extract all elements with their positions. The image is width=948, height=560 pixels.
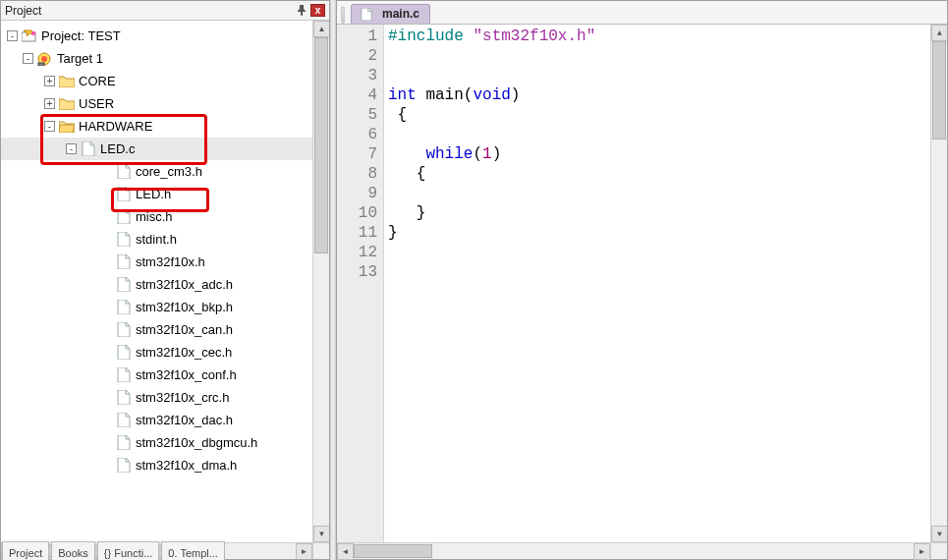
tree-file[interactable]: stm32f10x_dbgmcu.h (1, 431, 312, 454)
scroll-up-button[interactable]: ▲ (313, 21, 329, 37)
tree-item-label: USER (79, 96, 120, 111)
bottom-tab-strip: ProjectBooks{} Functi...0. Templ... (2, 541, 225, 560)
tree-file[interactable]: misc.h (1, 205, 312, 228)
editor-vertical-scrollbar[interactable]: ▲ ▼ (930, 25, 947, 542)
tree-file[interactable]: stm32f10x_conf.h (1, 364, 312, 386)
project-panel-header: Project x (1, 1, 329, 21)
svg-point-3 (41, 56, 47, 62)
h-file-icon (115, 322, 133, 338)
expand-icon[interactable]: + (44, 98, 55, 109)
spacer-icon (101, 211, 112, 222)
bottom-tab[interactable]: {} Functi... (97, 541, 160, 560)
code-area[interactable]: #include "stm32f10x.h"int main(void) { w… (384, 25, 930, 542)
tree-item-label: stm32f10x_can.h (136, 322, 239, 337)
editor-tab-main-c[interactable]: main.c (351, 4, 430, 24)
ide-root: Project x - Project: TEST (0, 0, 948, 560)
tree-file[interactable]: LED.h (1, 183, 312, 205)
bottom-tab[interactable]: 0. Templ... (161, 541, 225, 560)
tree-file[interactable]: core_cm3.h (1, 160, 312, 183)
target-icon (36, 51, 54, 67)
tree-target[interactable]: - Target 1 (1, 47, 312, 70)
h-file-icon (115, 209, 133, 225)
project-tree[interactable]: - Project: TEST - Target 1 (1, 21, 312, 480)
collapse-icon[interactable]: - (7, 30, 18, 41)
scroll-down-button[interactable]: ▼ (313, 526, 329, 542)
vertical-scrollbar[interactable]: ▲ ▼ (312, 21, 329, 542)
tree-item-label: stm32f10x_cec.h (136, 345, 238, 360)
tree-file[interactable]: stm32f10x_bkp.h (1, 296, 312, 318)
tree-file[interactable]: stm32f10x_can.h (1, 318, 312, 341)
tree-item-label: LED.h (136, 187, 177, 201)
project-panel-title: Project (5, 4, 292, 18)
h-file-icon (115, 187, 133, 202)
scroll-thumb[interactable] (314, 37, 328, 253)
spacer-icon (101, 279, 112, 290)
folder-icon (58, 74, 76, 89)
spacer-icon (101, 234, 112, 245)
spacer-icon (101, 166, 112, 177)
scroll-right-button[interactable]: ► (914, 543, 930, 560)
spacer-icon (101, 189, 112, 199)
editor-horizontal-scrollbar[interactable]: ◄ ► (337, 542, 947, 559)
expand-icon[interactable]: + (44, 76, 55, 86)
tree-file[interactable]: stm32f10x_cec.h (1, 341, 312, 364)
svg-rect-4 (38, 63, 44, 66)
h-file-icon (115, 164, 133, 180)
tree-file[interactable]: stm32f10x.h (1, 251, 312, 273)
tree-file[interactable]: stm32f10x_dac.h (1, 409, 312, 431)
tree-item-label: stm32f10x_dbgmcu.h (136, 435, 263, 450)
bottom-tab[interactable]: Books (51, 541, 95, 560)
tree-file[interactable]: stm32f10x_dma.h (1, 454, 312, 476)
scroll-thumb[interactable] (932, 41, 946, 140)
scroll-up-button[interactable]: ▲ (931, 25, 947, 41)
collapse-icon[interactable]: - (23, 53, 33, 64)
c-file-icon (358, 6, 375, 22)
spacer-icon (101, 437, 112, 448)
tree-item-label: core_cm3.h (136, 164, 208, 179)
scroll-thumb[interactable] (354, 544, 432, 558)
tree-item-label: stm32f10x_bkp.h (136, 300, 239, 314)
tree-item-label: CORE (79, 74, 122, 88)
tree-folder-core[interactable]: + CORE (1, 70, 312, 92)
tree-item-label: stm32f10x_crc.h (136, 390, 235, 405)
tree-file[interactable]: stm32f10x_crc.h (1, 386, 312, 409)
h-file-icon (115, 254, 133, 270)
spacer-icon (101, 415, 112, 425)
h-file-icon (115, 345, 133, 361)
line-gutter: 12345678910111213 (337, 25, 384, 542)
collapse-icon[interactable]: - (66, 143, 77, 154)
scroll-corner (930, 543, 947, 559)
tab-grip-icon[interactable] (341, 6, 345, 24)
tree-file-led-c[interactable]: - LED.c (1, 138, 312, 160)
scroll-left-button[interactable]: ◄ (337, 543, 354, 560)
scroll-right-button[interactable]: ► (296, 543, 312, 559)
h-file-icon (115, 458, 133, 474)
tree-root[interactable]: - Project: TEST (1, 25, 312, 47)
project-panel-body: - Project: TEST - Target 1 (1, 21, 329, 559)
tree-folder-user[interactable]: + USER (1, 92, 312, 115)
editor-body: 12345678910111213 #include "stm32f10x.h"… (337, 25, 947, 542)
spacer-icon (101, 347, 112, 358)
pin-icon[interactable] (294, 4, 308, 17)
tree-folder-hardware[interactable]: - HARDWARE (1, 115, 312, 138)
bottom-tab[interactable]: Project (2, 541, 49, 560)
spacer-icon (101, 460, 112, 471)
scroll-down-button[interactable]: ▼ (931, 526, 947, 542)
spacer-icon (101, 256, 112, 267)
editor-panel: main.c 12345678910111213 #include "stm32… (336, 0, 948, 560)
tree-file[interactable]: stdint.h (1, 228, 312, 251)
h-file-icon (115, 390, 133, 406)
tree-item-label: stm32f10x.h (136, 254, 211, 269)
h-file-icon (115, 435, 133, 451)
tree-item-label: LED.c (100, 141, 140, 156)
tree-item-label: stm32f10x_dac.h (136, 413, 239, 427)
svg-point-1 (31, 31, 35, 35)
tree-file[interactable]: stm32f10x_adc.h (1, 273, 312, 296)
close-panel-button[interactable]: x (310, 4, 325, 17)
tree-item-label: stm32f10x_conf.h (136, 367, 243, 382)
tree-item-label: HARDWARE (79, 119, 158, 134)
editor-tab-label: main.c (382, 7, 419, 21)
collapse-icon[interactable]: - (44, 121, 55, 132)
tree-item-label: stm32f10x_adc.h (136, 277, 239, 292)
h-file-icon (115, 277, 133, 293)
